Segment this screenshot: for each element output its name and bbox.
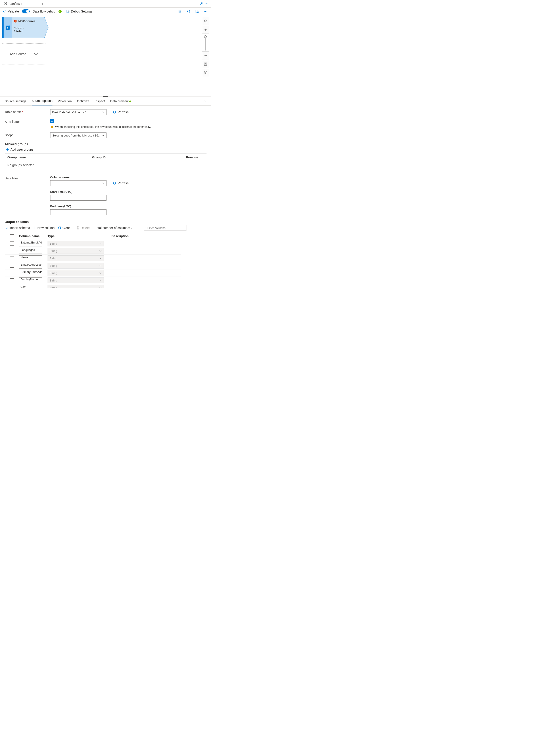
new-column-button[interactable]: New column <box>33 226 55 230</box>
allowed-groups-label: Allowed groups <box>5 142 207 146</box>
type-select[interactable]: String <box>48 285 104 288</box>
row-checkbox[interactable] <box>10 278 14 282</box>
svg-rect-12 <box>204 63 207 66</box>
add-source-button[interactable]: Add Source <box>2 43 46 65</box>
svg-point-7 <box>204 11 205 12</box>
svg-point-8 <box>205 11 206 12</box>
type-select[interactable]: String <box>48 277 104 283</box>
clear-button[interactable]: Clear <box>58 226 70 230</box>
start-time-input[interactable] <box>50 195 106 201</box>
type-select[interactable]: String <box>48 270 104 276</box>
chevron-down-icon <box>99 242 102 245</box>
output-head-column: Column name <box>19 234 48 238</box>
svg-point-0 <box>205 4 206 4</box>
import-icon <box>5 226 8 230</box>
learn-icon[interactable] <box>177 9 183 14</box>
chevron-down-icon <box>102 182 104 185</box>
zoom-slider[interactable] <box>205 35 206 50</box>
search-canvas-button[interactable] <box>202 17 209 25</box>
add-user-groups-button[interactable]: Add user groups <box>5 147 207 154</box>
debug-settings-button[interactable]: Debug Settings <box>66 10 92 13</box>
zoom-in-button[interactable] <box>202 26 209 34</box>
column-name-input[interactable]: DisplayName <box>19 277 42 283</box>
select-all-checkbox[interactable] <box>10 234 14 238</box>
row-checkbox[interactable] <box>10 256 14 260</box>
type-select[interactable]: String <box>48 255 104 261</box>
import-schema-button[interactable]: Import schema <box>5 226 30 230</box>
more-toolbar-icon[interactable] <box>203 10 208 13</box>
svg-point-1 <box>206 4 207 4</box>
end-time-input[interactable] <box>50 209 106 215</box>
more-icon[interactable] <box>204 1 209 6</box>
auto-flatten-checkbox[interactable] <box>50 119 54 123</box>
delete-button: Delete <box>76 226 89 230</box>
add-step-button[interactable]: + <box>45 34 47 37</box>
dataflow-canvas[interactable]: M365Source Columns: 0 total + Add Source <box>0 15 211 97</box>
scope-select[interactable]: Select groups from the Microsoft 36... <box>50 132 106 138</box>
tab-projection[interactable]: Projection <box>58 97 72 105</box>
office-icon <box>14 19 17 23</box>
dataflow-icon <box>4 2 7 6</box>
row-checkbox[interactable] <box>10 286 14 288</box>
zoom-out-button[interactable] <box>202 51 209 59</box>
refresh-column-button[interactable]: Refresh <box>113 182 129 185</box>
end-time-label: End time (UTC) <box>50 205 207 208</box>
refresh-icon <box>58 226 61 230</box>
refresh-icon <box>113 182 116 185</box>
debug-toggle[interactable] <box>22 9 30 13</box>
tab-source-options[interactable]: Source options <box>32 97 52 106</box>
tab-inspect[interactable]: Inspect <box>95 97 105 105</box>
tab-data-preview[interactable]: Data preview <box>110 97 131 105</box>
svg-point-11 <box>205 20 207 22</box>
type-select[interactable]: String <box>48 248 104 254</box>
column-name-select[interactable] <box>50 180 106 186</box>
column-name-input[interactable]: Languages <box>19 248 42 254</box>
expand-icon[interactable] <box>199 1 204 6</box>
table-row: DisplayName String <box>5 277 181 284</box>
table-row: EmailAddresses String <box>5 262 181 270</box>
code-icon[interactable] <box>186 9 191 14</box>
start-time-label: Start time (UTC) <box>50 190 207 194</box>
table-row: City String <box>5 284 181 288</box>
collapse-panel-button[interactable] <box>203 100 207 103</box>
svg-point-6 <box>197 12 199 13</box>
groups-col-id: Group ID <box>92 156 186 159</box>
tab-optimize[interactable]: Optimize <box>77 97 89 105</box>
fit-screen-button[interactable] <box>202 60 209 68</box>
table-name-label: Table name * <box>5 109 50 115</box>
debug-toggle-label: Data flow debug <box>33 10 55 13</box>
row-checkbox[interactable] <box>10 249 14 253</box>
auto-flatten-warning: When checking this checkbox, the row cou… <box>55 125 151 128</box>
properties-icon[interactable] <box>195 9 200 14</box>
plus-icon <box>6 148 9 151</box>
chevron-down-icon <box>99 249 102 252</box>
column-name-input[interactable]: City <box>19 285 42 288</box>
validate-button[interactable]: Validate <box>3 10 19 13</box>
row-checkbox[interactable] <box>10 264 14 268</box>
column-name-input[interactable]: ExternalEmailAdd <box>19 241 42 246</box>
output-head-type: Type <box>48 234 112 238</box>
table-name-select[interactable]: BasicDataSet_v0.User_v0 <box>50 109 106 115</box>
refresh-table-button[interactable]: Refresh <box>113 110 129 114</box>
filter-columns-input[interactable] <box>144 225 186 231</box>
debug-status-icon: ✓ <box>58 10 61 13</box>
tab-source-settings[interactable]: Source settings <box>5 97 26 105</box>
source-node[interactable]: M365Source Columns: 0 total <box>2 17 44 38</box>
column-name-input[interactable]: EmailAddresses <box>19 263 42 269</box>
panel-resize-grip[interactable] <box>103 96 108 97</box>
type-select[interactable]: String <box>48 263 104 269</box>
column-name-input[interactable]: Name <box>19 255 42 261</box>
type-select[interactable]: String <box>48 241 104 246</box>
filter-icon <box>145 227 146 229</box>
refresh-icon <box>113 110 116 114</box>
multi-select-button[interactable] <box>202 69 209 77</box>
dataset-icon <box>5 25 10 30</box>
svg-point-10 <box>6 25 10 26</box>
row-checkbox[interactable] <box>10 241 14 245</box>
chevron-down-icon <box>102 134 104 137</box>
row-checkbox[interactable] <box>10 271 14 275</box>
date-filter-label: Date filter <box>5 175 50 215</box>
column-name-input[interactable]: PrimarySmtpAddr <box>19 270 42 276</box>
svg-point-2 <box>208 4 208 4</box>
chevron-down-icon <box>99 272 102 274</box>
